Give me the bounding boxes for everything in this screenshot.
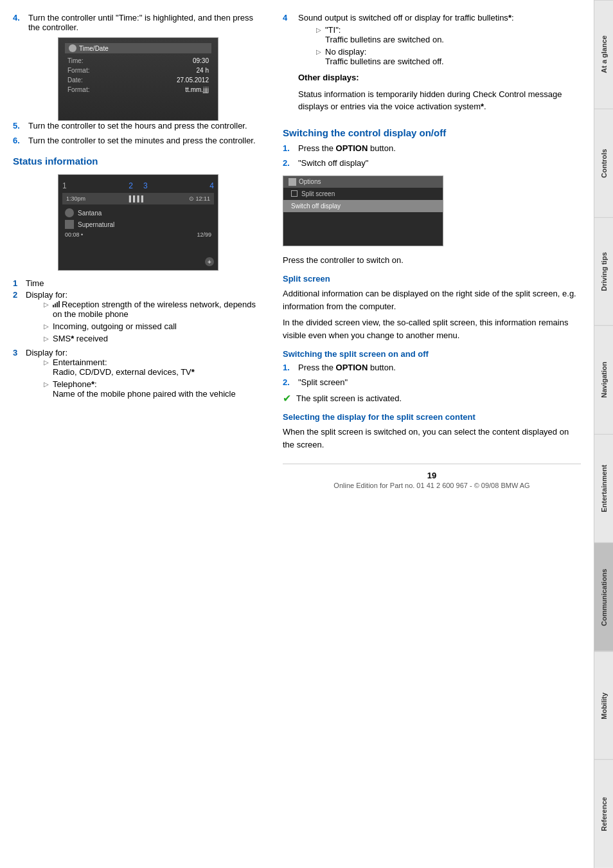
split-screen-checkbox: [291, 190, 298, 197]
sidebar-tab-reference[interactable]: Reference: [594, 759, 613, 868]
row-label-format2: Format:: [67, 86, 89, 93]
sidebar-tab-controls[interactable]: Controls: [594, 109, 613, 217]
sidebar: At a glance Controls Driving tips Naviga…: [594, 0, 613, 868]
status-signal-icon: ▌▌▌▌: [129, 195, 146, 202]
status-information-heading: Status information: [13, 156, 263, 167]
track2-icon: [65, 220, 74, 229]
status-label-3: 3 Display for: ▷ Entertainment:Radio, CD…: [13, 348, 263, 401]
options-item-split-screen: Split screen: [283, 188, 443, 200]
clock-icon: [69, 44, 76, 52]
split-screen-heading: Split screen: [283, 274, 581, 284]
other-displays-heading: Other displays:: [298, 71, 581, 84]
split-step-1: 1. Press the OPTION button.: [283, 363, 581, 372]
options-split-screen-label: Split screen: [301, 190, 335, 197]
control-display-heading: Switching the control display on/off: [283, 127, 581, 138]
step-5: 5. Turn the controller to set the hours …: [13, 121, 263, 131]
switching-split-screen-heading: Switching the split screen on and off: [283, 349, 581, 359]
track-number: 12/99: [197, 231, 211, 238]
split-step-2-number: 2.: [283, 377, 293, 387]
no-display-label: No display:: [325, 47, 366, 57]
options-item-switch-off: Switch off display: [283, 200, 443, 212]
ti-item: ▷ "TI": Traffic bulletins are switched o…: [311, 25, 581, 44]
split-step-1-text: Press the OPTION button.: [298, 363, 396, 372]
screen-title: Time/Date: [79, 45, 109, 52]
split-screen-para1: Additional information can be displayed …: [283, 287, 581, 312]
step-right-4-number: 4: [283, 13, 293, 117]
status-clock: ⊙ 12:11: [189, 195, 210, 202]
row-value-format2: tt.mm.jjjj: [185, 86, 209, 93]
control-step-2: 2. "Switch off display": [283, 158, 581, 168]
page-number: 19: [283, 471, 581, 480]
step-6-text: Turn the controller to set the minutes a…: [28, 136, 256, 145]
step-6-number: 6.: [13, 136, 23, 145]
other-displays-text: Status information is temporarily hidden…: [298, 88, 581, 113]
sub-item-calls: ▷ Incoming, outgoing or missed call: [39, 321, 263, 331]
split-screen-check-text: The split screen is activated.: [296, 393, 402, 403]
status-num-space2: [158, 181, 200, 190]
sidebar-tab-at-a-glance[interactable]: At a glance: [594, 0, 613, 109]
control-step-1-text: Press the OPTION button.: [298, 143, 396, 153]
arrow-icon-2: ▷: [44, 323, 49, 331]
arrow-icon-ti: ▷: [316, 26, 321, 44]
selecting-display-para: When the split screen is switched on, yo…: [283, 426, 581, 451]
row-value-format1: 24 h: [197, 67, 209, 74]
time-date-screenshot: Time/Date Time: 09:30 Format: 24 h Date:: [58, 37, 218, 121]
split-step-2: 2. "Split screen": [283, 377, 581, 387]
row-value-time: 09:30: [193, 57, 209, 64]
status-screenshot: 1 2 3 4 1:30pm ▌▌▌▌ ⊙ 12:11: [58, 174, 218, 271]
step-4-number: 4.: [13, 13, 23, 32]
ti-detail: Traffic bulletins are switched on.: [325, 35, 444, 44]
track1-icon: [65, 208, 74, 217]
options-title: Options: [299, 178, 321, 185]
sidebar-tab-entertainment[interactable]: Entertainment: [594, 434, 613, 543]
label-num-1: 1: [13, 278, 22, 288]
status-num-4: 4: [209, 181, 214, 190]
sub-item-signal: ▷ Reception strength of the wireless net…: [39, 300, 263, 319]
split-step-1-number: 1.: [283, 363, 293, 372]
check-icon: ✔: [283, 392, 291, 404]
control-step-1-number: 1.: [283, 143, 293, 153]
step-5-number: 5.: [13, 121, 23, 131]
arrow-icon-5: ▷: [44, 381, 49, 399]
options-switch-off-label: Switch off display: [291, 203, 341, 210]
sidebar-tab-mobility[interactable]: Mobility: [594, 651, 613, 760]
label-3-text: Display for:: [26, 348, 67, 357]
split-screen-check: ✔ The split screen is activated.: [283, 392, 581, 404]
sub-item-sms: ▷ SMS* received: [39, 334, 263, 343]
status-label-1: 1 Time: [13, 278, 263, 288]
arrow-icon-1: ▷: [44, 301, 49, 319]
arrow-icon-no-display: ▷: [316, 48, 321, 66]
footer-text: Online Edition for Part no. 01 41 2 600 …: [283, 482, 581, 489]
sub-item-telephone: ▷ Telephone*:Name of the mobile phone pa…: [39, 379, 236, 399]
step-5-text: Turn the controller to set the hours and…: [28, 121, 247, 131]
options-title-bar: Options: [283, 176, 443, 188]
sound-output-text: Sound output is switched off or display …: [298, 13, 514, 23]
sidebar-tab-driving-tips[interactable]: Driving tips: [594, 217, 613, 326]
status-num-2: 2: [129, 181, 133, 190]
no-display-detail: Traffic bulletins are switched off.: [325, 57, 444, 66]
track2-name: Supernatural: [78, 221, 114, 228]
sidebar-tab-communications[interactable]: Communications: [594, 543, 613, 651]
arrow-icon-4: ▷: [44, 359, 49, 377]
page-footer: 19 Online Edition for Part no. 01 41 2 6…: [283, 464, 581, 496]
control-step-2-text: "Switch off display": [298, 158, 368, 168]
sub-item-entertainment: ▷ Entertainment:Radio, CD/DVD, external …: [39, 357, 236, 377]
step-4: 4. Turn the controller until "Time:" is …: [13, 13, 263, 32]
sidebar-tab-navigation[interactable]: Navigation: [594, 325, 613, 434]
row-label-date: Date:: [67, 77, 83, 84]
status-num-space: [77, 181, 119, 190]
status-num-3: 3: [143, 181, 148, 190]
status-num-1: 1: [62, 181, 67, 190]
row-value-date: 27.05.2012: [177, 77, 209, 84]
progress-time: 00:08 •: [65, 231, 83, 238]
step-6: 6. Turn the controller to set the minute…: [13, 136, 263, 145]
split-screen-para2: In the divided screen view, the so-calle…: [283, 316, 581, 341]
step-right-4: 4 Sound output is switched off or displa…: [283, 13, 581, 117]
row-label-format1: Format:: [67, 67, 89, 74]
controller-note: Press the controller to switch on.: [283, 254, 581, 267]
arrow-icon-3: ▷: [44, 335, 49, 343]
selecting-display-heading: Selecting the display for the split scre…: [283, 412, 581, 422]
split-step-2-text: "Split screen": [298, 377, 348, 387]
control-step-1: 1. Press the OPTION button.: [283, 143, 581, 153]
options-icon: [289, 178, 296, 186]
